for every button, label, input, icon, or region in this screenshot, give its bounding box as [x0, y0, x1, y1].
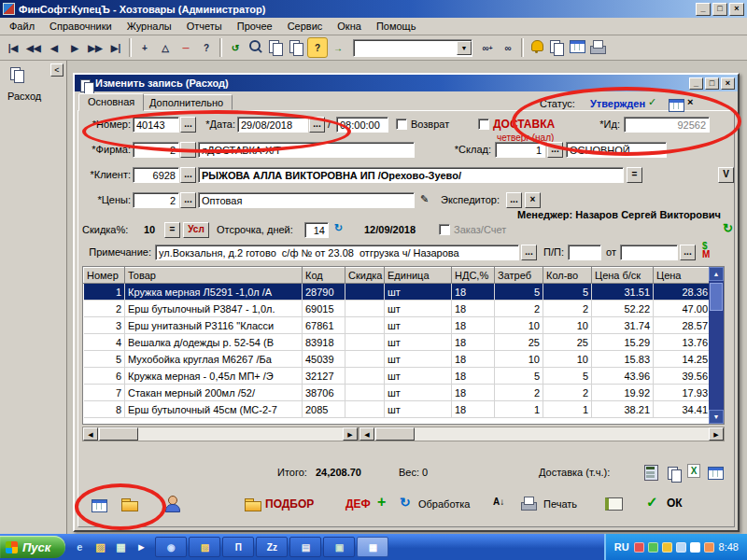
tab-extra[interactable]: Дополнительно — [140, 94, 233, 110]
hint-icon[interactable]: ? — [307, 37, 328, 58]
pp-input[interactable] — [568, 245, 601, 260]
delay-input[interactable] — [304, 222, 329, 238]
nav-fast-next-icon[interactable]: ▶▶ — [85, 37, 106, 58]
nav-next-icon[interactable]: ▶ — [64, 37, 85, 58]
browser-icon[interactable]: e — [70, 538, 89, 556]
date-picker-button[interactable]: ... — [309, 117, 325, 133]
warehouse-name-input[interactable] — [566, 142, 667, 158]
column-header[interactable]: Номер — [84, 268, 125, 284]
table-row[interactable]: 2Ерш бутылочный Р3847 - 1,0л.69015шт1822… — [84, 301, 712, 317]
report-icon[interactable] — [665, 464, 683, 481]
open-folder-button[interactable] — [120, 495, 140, 511]
start-button[interactable]: Пуск — [0, 536, 65, 558]
task-active-app[interactable]: ▦ — [357, 537, 388, 557]
task-app-p[interactable]: П — [222, 537, 254, 557]
expeditor-clear-button[interactable]: × — [525, 192, 541, 208]
number-input[interactable] — [133, 117, 179, 133]
nav-fast-prev-icon[interactable]: ◀◀ — [23, 37, 44, 58]
return-checkbox[interactable] — [396, 119, 407, 130]
dialog-maximize-button[interactable]: □ — [705, 77, 719, 90]
menu-item-directories[interactable]: Справочники — [42, 19, 120, 34]
nav-last-icon[interactable]: ▶| — [106, 37, 126, 58]
scheduler-tray-icon[interactable] — [704, 542, 714, 553]
scroll-down-button[interactable] — [709, 410, 724, 424]
client-history-button[interactable]: V — [718, 167, 734, 183]
scroll-right-button[interactable] — [343, 427, 358, 441]
column-header[interactable]: Единица — [385, 268, 452, 284]
client-code-input[interactable] — [133, 167, 179, 183]
scroll-left-button[interactable] — [359, 427, 374, 441]
menu-item-reports[interactable]: Отчеты — [179, 19, 230, 34]
pp-date-input[interactable] — [620, 245, 678, 260]
table-row[interactable]: 3Ерш унитазный Р3116 "Класси67861шт18101… — [84, 317, 712, 334]
firm-picker-button[interactable]: ... — [180, 142, 196, 158]
summary-grid-icon[interactable] — [706, 464, 724, 481]
ok-button[interactable]: ОК — [667, 497, 683, 510]
book-icon[interactable] — [603, 495, 624, 511]
horizontal-scroll-thumb[interactable] — [375, 427, 415, 441]
volume-tray-icon[interactable] — [676, 542, 686, 553]
player-icon[interactable]: ► — [132, 538, 150, 556]
task-app-1[interactable]: ◉ — [155, 537, 187, 557]
prices-picker-button[interactable]: ... — [180, 192, 196, 208]
horizontal-scroll-thumb[interactable] — [99, 427, 138, 441]
status-clear-icon[interactable]: × — [687, 96, 705, 113]
table-row[interactable]: 8Ерш бутылочный 45см (МС-2-72085шт181138… — [84, 401, 712, 418]
table-row[interactable]: 6Кружка мерная - 0,45л МП+ /Э32127шт1855… — [84, 368, 712, 385]
currency-icon[interactable]: $М — [702, 242, 710, 259]
agent-button[interactable] — [162, 494, 183, 511]
discount-usl-button[interactable]: Усл — [183, 222, 209, 238]
add-record-icon[interactable]: + — [134, 37, 155, 58]
clipboard-icon[interactable] — [547, 37, 568, 58]
dialog-close-button[interactable]: × — [721, 77, 735, 90]
print-icon[interactable] — [519, 494, 540, 511]
column-header[interactable]: Затреб — [495, 268, 543, 284]
menu-item-service[interactable]: Сервис — [280, 19, 331, 34]
column-header[interactable]: Код — [303, 268, 345, 284]
scroll-left-button[interactable] — [83, 427, 98, 441]
delete-record-icon[interactable]: ─ — [176, 37, 196, 58]
column-header[interactable]: Цена — [654, 268, 712, 284]
status-confirm-icon[interactable]: ✓ — [648, 96, 666, 113]
dialog-minimize-button[interactable]: _ — [689, 77, 703, 90]
order-checkbox[interactable] — [439, 224, 450, 235]
find-add-icon[interactable]: ∞+ — [477, 37, 498, 58]
horizontal-scrollbar-left[interactable] — [82, 427, 359, 441]
sidebar-item-rashod[interactable]: Расход — [7, 91, 41, 102]
menu-item-help[interactable]: Помощь — [369, 19, 424, 34]
vertical-scrollbar[interactable] — [709, 267, 724, 424]
folder-quick-icon[interactable]: ▨ — [91, 538, 109, 556]
number-picker-button[interactable]: ... — [180, 117, 196, 133]
add-item-icon[interactable]: + — [377, 494, 386, 511]
column-header[interactable]: Цена б/ск — [592, 268, 654, 284]
calculator-icon[interactable] — [642, 464, 660, 481]
nav-prev-icon[interactable]: ◀ — [44, 37, 64, 58]
pp-picker-button[interactable]: ... — [680, 245, 696, 260]
edit-record-icon[interactable]: △ — [155, 37, 176, 58]
status-journal-icon[interactable] — [667, 96, 684, 113]
table-row[interactable]: 1Кружка мерная Л5291 -1,0л /А28790шт1855… — [84, 284, 712, 301]
client-name-input[interactable] — [198, 167, 624, 183]
delivery-checkbox[interactable] — [478, 119, 489, 130]
task-doc[interactable]: ▤ — [289, 537, 321, 557]
agent-tray-icon[interactable] — [648, 542, 658, 553]
scroll-right-button[interactable] — [709, 427, 724, 441]
vertical-scroll-thumb[interactable] — [710, 283, 723, 311]
paste-icon[interactable] — [287, 37, 307, 58]
menu-item-windows[interactable]: Окна — [330, 19, 369, 34]
quick-filter-combo[interactable]: ▼ — [353, 39, 472, 57]
column-header[interactable]: Кол-во — [543, 268, 592, 284]
network-tray-icon[interactable] — [690, 542, 700, 553]
notify-icon[interactable] — [527, 37, 547, 58]
panel-icon[interactable] — [568, 37, 588, 58]
maximize-button[interactable]: □ — [712, 3, 727, 16]
delay-refresh-icon[interactable]: ↻ — [334, 222, 343, 234]
expeditor-picker-button[interactable]: ... — [506, 192, 522, 208]
menu-item-journals[interactable]: Журналы — [120, 19, 179, 34]
task-archiver[interactable]: Zz — [256, 537, 288, 557]
firm-code-input[interactable] — [133, 142, 179, 158]
prices-code-input[interactable] — [133, 192, 179, 208]
find-icon[interactable]: ∞ — [498, 37, 518, 58]
tab-main[interactable]: Основная — [78, 93, 144, 111]
minimize-button[interactable]: _ — [696, 3, 711, 16]
